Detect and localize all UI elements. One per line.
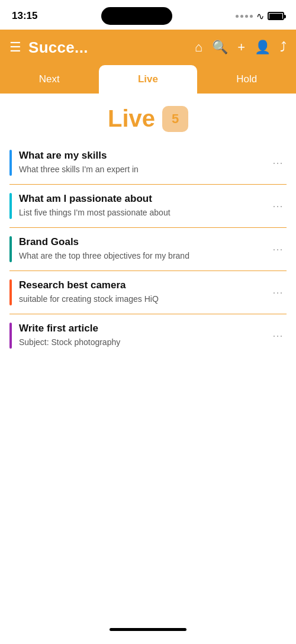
- logout-icon[interactable]: ⤴: [280, 40, 287, 55]
- item-menu-button[interactable]: ⋯: [269, 284, 287, 301]
- item-menu-button[interactable]: ⋯: [269, 154, 287, 172]
- notch: [101, 7, 172, 25]
- item-subtitle: List five things I'm most passionate abo…: [19, 207, 262, 219]
- task-list: What are my skills What three skills I'm…: [0, 141, 296, 357]
- app-title: Succe...: [28, 38, 188, 57]
- header-actions: ⌂ 🔍 + 👤 ⤴: [195, 40, 287, 55]
- menu-icon[interactable]: ☰: [9, 40, 21, 55]
- search-icon[interactable]: 🔍: [212, 40, 228, 55]
- item-menu-button[interactable]: ⋯: [269, 197, 287, 215]
- profile-icon[interactable]: 👤: [255, 40, 271, 55]
- home-indicator: [0, 616, 296, 637]
- home-icon[interactable]: ⌂: [195, 40, 202, 55]
- list-item: Write first article Subject: Stock photo…: [9, 314, 287, 357]
- list-item: What am I passionate about List five thi…: [9, 185, 287, 228]
- item-subtitle: Subject: Stock photography: [19, 337, 262, 349]
- tab-next[interactable]: Next: [0, 65, 99, 94]
- list-item: Brand Goals What are the top three objec…: [9, 228, 287, 271]
- live-header: Live 5: [0, 94, 296, 141]
- status-bar: 13:15 ∿: [0, 0, 296, 30]
- item-content: Research best camera suitable for creati…: [19, 279, 262, 305]
- item-content: Brand Goals What are the top three objec…: [19, 236, 262, 262]
- item-color-bar: [9, 323, 12, 349]
- item-subtitle: suitable for creating stock images HiQ: [19, 294, 262, 305]
- battery-icon: [268, 12, 284, 20]
- item-title: What am I passionate about: [19, 193, 262, 205]
- item-content: Write first article Subject: Stock photo…: [19, 323, 262, 349]
- item-menu-button[interactable]: ⋯: [269, 240, 287, 258]
- item-color-bar: [9, 236, 12, 262]
- status-time: 13:15: [12, 10, 37, 22]
- live-badge-count: 5: [162, 106, 188, 132]
- tab-live[interactable]: Live: [99, 65, 198, 94]
- signal-icon: [236, 15, 253, 18]
- item-color-bar: [9, 193, 12, 219]
- wifi-icon: ∿: [256, 11, 264, 22]
- item-title: Write first article: [19, 323, 262, 334]
- status-icons: ∿: [236, 11, 284, 22]
- item-color-bar: [9, 279, 12, 305]
- item-color-bar: [9, 150, 12, 176]
- item-menu-button[interactable]: ⋯: [269, 327, 287, 344]
- tab-bar: Next Live Hold: [0, 65, 296, 94]
- item-content: What am I passionate about List five thi…: [19, 193, 262, 219]
- item-title: Brand Goals: [19, 236, 262, 248]
- list-item: What are my skills What three skills I'm…: [9, 141, 287, 185]
- header: ☰ Succe... ⌂ 🔍 + 👤 ⤴: [0, 30, 296, 65]
- live-section-title: Live: [108, 105, 155, 132]
- add-icon[interactable]: +: [237, 40, 245, 55]
- item-content: What are my skills What three skills I'm…: [19, 150, 262, 176]
- item-title: What are my skills: [19, 150, 262, 162]
- home-bar: [110, 628, 186, 631]
- item-title: Research best camera: [19, 279, 262, 291]
- item-subtitle: What are the top three objectives for my…: [19, 250, 262, 262]
- tab-hold[interactable]: Hold: [197, 65, 296, 94]
- list-item: Research best camera suitable for creati…: [9, 271, 287, 314]
- item-subtitle: What three skills I'm an expert in: [19, 164, 262, 176]
